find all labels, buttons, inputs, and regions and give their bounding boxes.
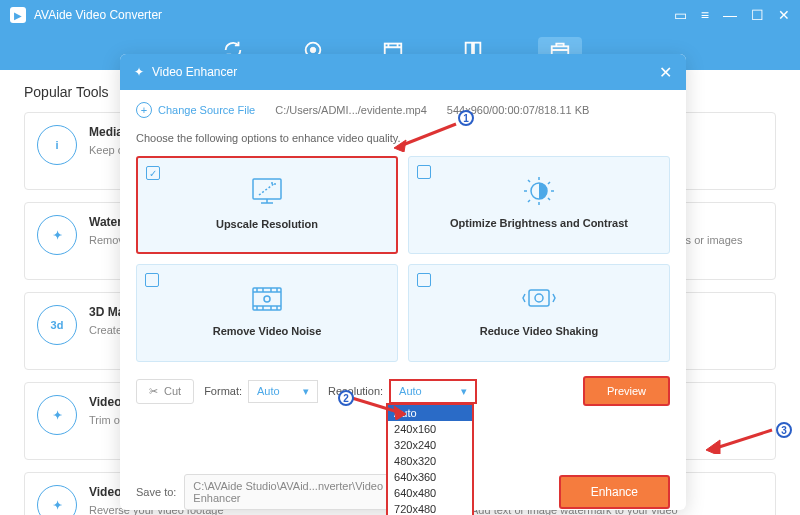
close-icon[interactable]: ✕ (778, 7, 790, 23)
app-title: AVAide Video Converter (34, 8, 162, 22)
option-icon (148, 174, 386, 210)
minimize-icon[interactable]: — (723, 7, 737, 23)
checkbox-icon[interactable] (417, 165, 431, 179)
enhance-option[interactable]: Reduce Video Shaking (408, 264, 670, 362)
checkbox-icon[interactable] (145, 273, 159, 287)
maximize-icon[interactable]: ☐ (751, 7, 764, 23)
plus-icon: + (136, 102, 152, 118)
resolution-option[interactable]: 320x240 (388, 437, 472, 453)
enhance-option[interactable]: ✓Upscale Resolution (136, 156, 398, 254)
checkbox-icon[interactable]: ✓ (146, 166, 160, 180)
option-icon (147, 281, 387, 317)
scissors-icon: ✂ (149, 385, 158, 398)
annotation-arrow-3 (700, 428, 776, 458)
save-label: Save to: (136, 486, 176, 498)
option-icon (419, 173, 659, 209)
wand-icon: ✦ (134, 65, 144, 79)
change-source-button[interactable]: + Change Source File (136, 102, 255, 118)
resolution-option[interactable]: 480x320 (388, 453, 472, 469)
annotation-marker-1: 1 (458, 110, 474, 126)
chevron-down-icon: ▾ (461, 385, 467, 398)
card-icon: ✦ (37, 485, 77, 515)
format-label: Format: (204, 385, 242, 397)
menu-icon[interactable]: ▭ (674, 7, 687, 23)
card-icon: ✦ (37, 395, 77, 435)
resolution-option[interactable]: 640x360 (388, 469, 472, 485)
checkbox-icon[interactable] (417, 273, 431, 287)
annotation-marker-2: 2 (338, 390, 354, 406)
format-select[interactable]: Auto ▾ (248, 380, 318, 403)
resolution-option[interactable]: 720x480 (388, 501, 472, 516)
option-icon (419, 281, 659, 317)
source-path: C:/Users/ADMI.../evidente.mp4 (275, 104, 427, 116)
settings-icon[interactable]: ≡ (701, 7, 709, 23)
card-icon: i (37, 125, 77, 165)
option-label: Upscale Resolution (148, 218, 386, 230)
enhance-options-grid: ✓Upscale ResolutionOptimize Brightness a… (136, 156, 670, 362)
option-label: Optimize Brightness and Contrast (419, 217, 659, 229)
annotation-arrow-1 (390, 122, 460, 156)
resolution-option[interactable]: 640x480 (388, 485, 472, 501)
dialog-title: Video Enhancer (152, 65, 237, 79)
enhance-option[interactable]: Optimize Brightness and Contrast (408, 156, 670, 254)
chevron-down-icon: ▾ (303, 385, 309, 398)
svg-point-9 (264, 296, 270, 302)
dialog-header: ✦ Video Enhancer ✕ (120, 54, 686, 90)
svg-point-1 (310, 47, 316, 53)
app-logo: ▶ (10, 7, 26, 23)
format-control: Format: Auto ▾ (204, 380, 318, 403)
enhance-button[interactable]: Enhance (559, 475, 670, 509)
enhance-option[interactable]: Remove Video Noise (136, 264, 398, 362)
source-row: + Change Source File C:/Users/ADMI.../ev… (136, 102, 670, 118)
titlebar: ▶ AVAide Video Converter ▭ ≡ — ☐ ✕ (0, 0, 800, 30)
cut-button[interactable]: ✂ Cut (136, 379, 194, 404)
annotation-arrow-2 (350, 394, 410, 424)
card-icon: 3d (37, 305, 77, 345)
option-label: Reduce Video Shaking (419, 325, 659, 337)
annotation-marker-3: 3 (776, 422, 792, 438)
dialog-close-icon[interactable]: ✕ (659, 63, 672, 82)
svg-point-11 (535, 294, 543, 302)
option-label: Remove Video Noise (147, 325, 387, 337)
window-controls: ▭ ≡ — ☐ ✕ (674, 7, 790, 23)
svg-rect-10 (529, 290, 549, 306)
card-icon: ✦ (37, 215, 77, 255)
preview-button[interactable]: Preview (583, 376, 670, 406)
